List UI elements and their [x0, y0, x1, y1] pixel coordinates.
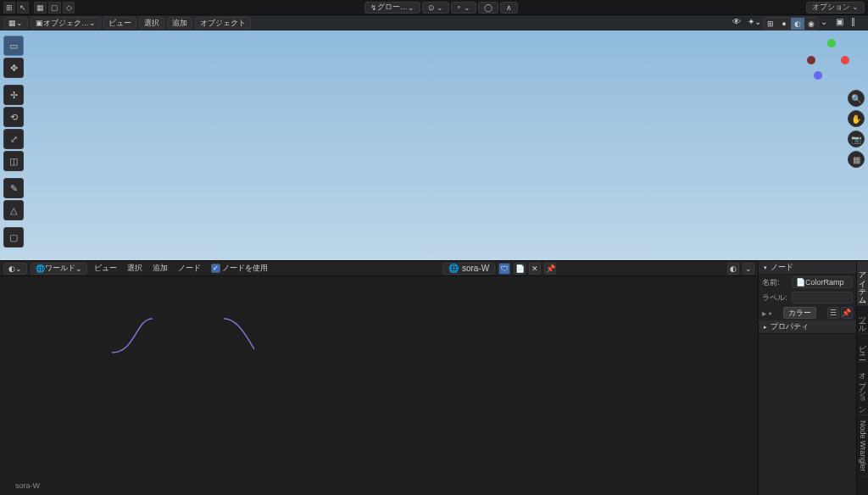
world-datablock[interactable]: 🌐 sora-W — [442, 263, 495, 275]
editor-type-dropdown[interactable]: ▦⌄ — [3, 17, 28, 29]
overlay-dropdown-icon[interactable]: ⌄ — [743, 263, 754, 275]
label: グロー… — [377, 2, 408, 13]
sidebar-tabs: アイテム ツール ビュー オプション Node Wrangler — [856, 261, 868, 495]
use-nodes-checkbox[interactable]: ✓ノードを使用 — [208, 263, 271, 274]
tool-column: ▭ ✥ ✢ ⟲ ⤢ ◫ ✎ △ ▢ — [3, 36, 24, 248]
menu-select[interactable]: 選択 — [124, 263, 146, 274]
app-topbar: ⊞ ↖ ▦ ▢ ◇ ↯ グロー… ⌄ ⊙ ⌄ 𐄙 ⌄ ◯ ∧ オプション ⌄ — [0, 0, 868, 15]
editor-type-icon[interactable]: ⊞ — [3, 2, 15, 14]
shader-type-dropdown[interactable]: 🌐 ワールド ⌄ — [31, 263, 87, 275]
camera-icon[interactable]: 📷 — [848, 131, 865, 147]
editor-type-dropdown[interactable]: ◐⌄ — [3, 263, 27, 275]
snap-edge-icon[interactable]: ◇ — [63, 2, 75, 14]
gizmo-toggle-icon[interactable]: ✦⌄ — [748, 17, 761, 31]
annotate-tool-icon[interactable]: ✎ — [3, 178, 24, 198]
menu-add[interactable]: 追加 — [149, 263, 171, 274]
scale-tool-icon[interactable]: ⤢ — [3, 129, 24, 149]
xray-icon[interactable]: ▣ — [836, 17, 849, 31]
proportional-falloff-icon[interactable]: ∧ — [500, 2, 518, 14]
axis-y-icon[interactable] — [827, 39, 836, 47]
label: ノードを使用 — [222, 264, 268, 272]
3d-viewport[interactable]: ▦⌄ ▣ オブジェク… ⌄ ビュー 選択 追加 オブジェクト 👁 ✦⌄ ⊞ ● … — [0, 15, 868, 261]
node-wires — [0, 276, 254, 403]
shading-dropdown-icon[interactable]: ⌄ — [821, 17, 834, 31]
tab-tool[interactable]: ツール — [857, 306, 868, 334]
cursor-tool-icon[interactable]: ✥ — [3, 58, 24, 78]
measure-tool-icon[interactable]: △ — [3, 200, 24, 220]
pause-icon[interactable]: ‖ — [851, 17, 865, 31]
axis-neg-x-icon[interactable] — [807, 56, 815, 64]
fake-user-icon[interactable]: 🛡 — [498, 263, 510, 275]
solid-icon[interactable]: ● — [777, 18, 791, 30]
menu-node[interactable]: ノード — [175, 263, 204, 274]
mode-dropdown[interactable]: ▣ オブジェク… ⌄ — [31, 17, 101, 29]
unlink-icon[interactable]: ✕ — [529, 263, 541, 275]
node-name-field[interactable]: 📄 ColorRamp — [792, 276, 853, 288]
node-editor[interactable]: ◐⌄ 🌐 ワールド ⌄ ビュー 選択 追加 ノード ✓ノードを使用 🌐 sora… — [0, 261, 758, 495]
snap-grid-icon[interactable]: ▦ — [34, 2, 47, 14]
viewport-side-icons: 🔍 ✋ 📷 ▦ — [848, 90, 865, 168]
snap-dropdown[interactable]: 𐄙 ⌄ — [451, 2, 476, 14]
label: オブジェク… — [43, 18, 89, 29]
new-icon[interactable]: 📄 — [514, 263, 526, 275]
menu-add[interactable]: 追加 — [167, 17, 192, 29]
wireframe-icon[interactable]: ⊞ — [764, 18, 777, 30]
pivot-dropdown[interactable]: ⊙ ⌄ — [422, 2, 450, 14]
move-tool-icon[interactable]: ✢ — [3, 85, 24, 105]
viewport-right-header: 👁 ✦⌄ ⊞ ● ◐ ◉ ⌄ ▣ ‖ — [732, 17, 865, 31]
proportional-icon[interactable]: ◯ — [478, 2, 498, 14]
rotate-tool-icon[interactable]: ⟲ — [3, 107, 24, 127]
snap-vert-icon[interactable]: ▢ — [48, 2, 61, 14]
addcube-tool-icon[interactable]: ▢ — [3, 227, 24, 248]
label: ワールド — [45, 263, 75, 274]
axis-z-icon[interactable] — [814, 71, 822, 80]
matprev-icon[interactable]: ◐ — [791, 18, 804, 30]
label: sora-W — [462, 264, 489, 273]
pan-icon[interactable]: ✋ — [848, 110, 865, 127]
color-chip[interactable]: カラー — [783, 307, 816, 319]
shading-mode-group: ⊞ ● ◐ ◉ — [763, 17, 819, 31]
rendered-icon[interactable]: ◉ — [804, 18, 818, 30]
section-header-properties[interactable]: ▸プロパティ — [759, 320, 856, 334]
nav-gizmo[interactable] — [807, 39, 849, 81]
pin-icon[interactable]: 📌 — [544, 263, 556, 275]
tab-item[interactable]: アイテム — [857, 261, 868, 306]
transform-orientation-dropdown[interactable]: ↯ グロー… ⌄ — [364, 2, 420, 14]
pin-icon[interactable]: 📌 — [841, 307, 853, 319]
menu-select[interactable]: 選択 — [139, 17, 164, 29]
menu-view[interactable]: ビュー — [103, 17, 136, 29]
overlay-icon[interactable]: ◐ — [727, 263, 739, 275]
node-editor-header: ◐⌄ 🌐 ワールド ⌄ ビュー 選択 追加 ノード ✓ノードを使用 🌐 sora… — [0, 261, 758, 276]
zoom-icon[interactable]: 🔍 — [848, 90, 865, 107]
tab-node-wrangler[interactable]: Node Wrangler — [859, 415, 867, 477]
tab-view[interactable]: ビュー — [857, 334, 868, 362]
tab-options[interactable]: オプション — [857, 362, 868, 415]
transform-tool-icon[interactable]: ◫ — [3, 151, 24, 171]
menu-view[interactable]: ビュー — [91, 263, 120, 274]
section-header-node[interactable]: ▾ノード — [759, 261, 856, 275]
menu-object[interactable]: オブジェクト — [195, 17, 251, 29]
options-dropdown[interactable]: オプション ⌄ — [806, 2, 865, 14]
select-tool-icon[interactable]: ▭ — [3, 36, 24, 56]
node-label-field[interactable] — [792, 292, 853, 303]
axis-x-icon[interactable] — [841, 56, 849, 64]
name-label: 名前: — [762, 277, 789, 288]
perspective-icon[interactable]: ▦ — [848, 151, 865, 168]
node-sidebar: ▾ノード 名前: 📄 ColorRamp ラベル: ▸ ▪ カラー ☰ 📌 ▸プ… — [758, 261, 856, 495]
label-label: ラベル: — [762, 292, 789, 303]
breadcrumb: sora-W — [15, 481, 40, 490]
cursor-icon[interactable]: ↖ — [17, 2, 29, 14]
list-icon[interactable]: ☰ — [827, 307, 839, 319]
viewlayer-icon[interactable]: 👁 — [732, 17, 746, 31]
